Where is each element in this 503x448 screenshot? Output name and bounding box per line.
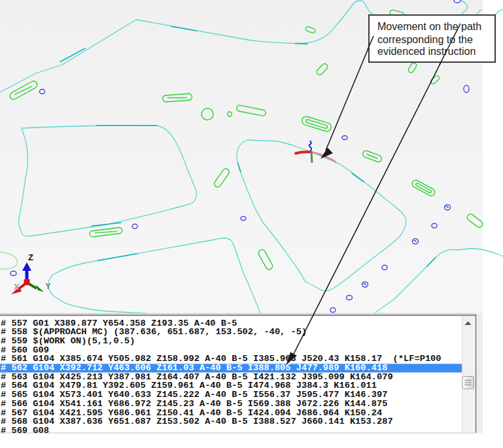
svg-text:Y: Y [46,282,51,291]
svg-text:Z: Z [28,252,33,262]
svg-text:# 569 G08: # 569 G08 [1,426,49,436]
svg-text:# 568 G104 X387.636 Y651.687 Z: # 568 G104 X387.636 Y651.687 Z153.502 A-… [1,417,393,426]
svg-text:X: X [14,282,20,292]
svg-text:corresponding to the: corresponding to the [377,34,473,45]
svg-text:evidenced instruction: evidenced instruction [377,46,476,57]
svg-text:Movement on the path: Movement on the path [377,21,481,32]
